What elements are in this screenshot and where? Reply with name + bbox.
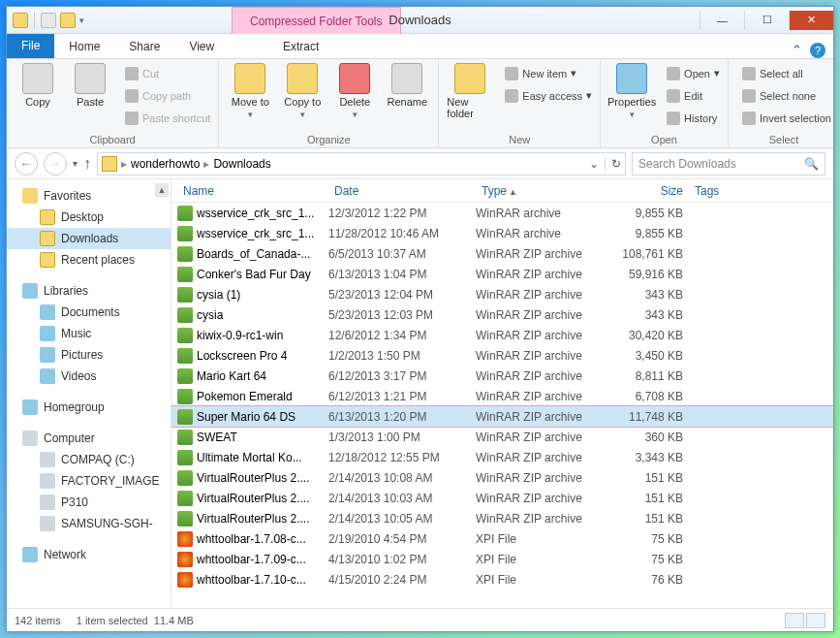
tab-file[interactable]: File bbox=[7, 34, 54, 58]
file-row[interactable]: whttoolbar-1.7.10-c...4/15/2010 2:24 PMX… bbox=[171, 569, 833, 590]
invert-selection-button[interactable]: Invert selection bbox=[736, 108, 831, 128]
view-details-button[interactable] bbox=[785, 613, 804, 628]
select-all-button[interactable]: Select all bbox=[736, 63, 831, 83]
easy-access-button[interactable]: Easy access ▾ bbox=[499, 85, 592, 106]
edit-button[interactable]: Edit bbox=[661, 85, 720, 106]
close-button[interactable]: ✕ bbox=[789, 11, 833, 30]
file-type: WinRAR ZIP archive bbox=[476, 308, 611, 322]
paste-button[interactable]: Paste bbox=[67, 63, 113, 108]
file-row[interactable]: VirtualRouterPlus 2....2/14/2013 10:08 A… bbox=[171, 467, 833, 488]
col-tags[interactable]: Tags bbox=[689, 184, 833, 198]
file-row[interactable]: VirtualRouterPlus 2....2/14/2013 10:05 A… bbox=[171, 508, 833, 528]
nav-item[interactable]: Pictures bbox=[7, 344, 171, 366]
forward-button[interactable]: → bbox=[44, 152, 67, 175]
col-size[interactable]: Size bbox=[611, 184, 689, 198]
col-type[interactable]: Type▲ bbox=[476, 184, 611, 198]
history-button[interactable]: History bbox=[661, 108, 720, 128]
refresh-button[interactable]: ↻ bbox=[605, 157, 621, 171]
nav-favorites[interactable]: Favorites bbox=[7, 185, 171, 207]
nav-item[interactable]: Documents bbox=[7, 302, 171, 323]
breadcrumb[interactable]: ▸ wonderhowto ▸ Downloads ⌄ ↻ bbox=[97, 152, 626, 175]
back-button[interactable]: ← bbox=[15, 152, 38, 175]
nav-item[interactable]: Music bbox=[7, 323, 171, 344]
file-row[interactable]: Ultimate Mortal Ko...12/18/2012 12:55 PM… bbox=[171, 447, 833, 467]
copy-to-button[interactable]: Copy to bbox=[279, 63, 326, 119]
file-row[interactable]: Conker's Bad Fur Day6/13/2013 1:04 PMWin… bbox=[171, 264, 833, 284]
address-dropdown-icon[interactable]: ⌄ bbox=[589, 157, 599, 171]
help-icon[interactable]: ? bbox=[810, 43, 825, 58]
chevron-right-icon[interactable]: ▸ bbox=[203, 157, 209, 171]
scroll-up-icon[interactable]: ▲ bbox=[155, 183, 169, 197]
up-button[interactable]: ↑ bbox=[83, 155, 91, 173]
properties-button[interactable]: Properties bbox=[608, 63, 655, 119]
file-row[interactable]: VirtualRouterPlus 2....2/14/2013 10:03 A… bbox=[171, 488, 833, 508]
title-bar[interactable]: ▾ Compressed Folder Tools Downloads — ☐ … bbox=[7, 7, 833, 34]
file-size: 343 KB bbox=[611, 288, 689, 302]
nav-libraries[interactable]: Libraries bbox=[7, 280, 171, 302]
tab-home[interactable]: Home bbox=[54, 35, 114, 58]
file-row[interactable]: cysia (1)5/23/2013 12:04 PMWinRAR ZIP ar… bbox=[171, 284, 833, 304]
qat-button[interactable] bbox=[41, 13, 56, 28]
copy-button[interactable]: Copy bbox=[15, 63, 61, 108]
breadcrumb-segment[interactable]: wonderhowto bbox=[131, 157, 200, 171]
nav-network[interactable]: Network bbox=[7, 544, 171, 565]
nav-item[interactable]: SAMSUNG-SGH- bbox=[7, 513, 171, 534]
qat-dropdown-icon[interactable]: ▾ bbox=[79, 16, 84, 25]
maximize-button[interactable]: ☐ bbox=[744, 11, 789, 30]
copy-path-button[interactable]: Copy path bbox=[119, 85, 210, 106]
file-row[interactable]: Super Mario 64 DS6/13/2013 1:20 PMWinRAR… bbox=[171, 406, 833, 427]
new-folder-button[interactable]: New folder bbox=[447, 63, 493, 119]
file-icon bbox=[177, 531, 193, 547]
file-row[interactable]: kiwix-0.9-rc1-win12/6/2012 1:34 PMWinRAR… bbox=[171, 325, 833, 345]
view-thumbnails-button[interactable] bbox=[806, 613, 825, 628]
file-row[interactable]: wsservice_crk_src_1...12/3/2012 1:22 PMW… bbox=[171, 203, 833, 223]
search-input[interactable]: Search Downloads 🔍 bbox=[632, 152, 825, 175]
nav-homegroup[interactable]: Homegroup bbox=[7, 397, 171, 418]
paste-shortcut-button[interactable]: Paste shortcut bbox=[119, 108, 210, 128]
context-tab[interactable]: Compressed Folder Tools bbox=[232, 7, 401, 34]
file-row[interactable]: whttoolbar-1.7.08-c...2/19/2010 4:54 PMX… bbox=[171, 528, 833, 549]
breadcrumb-segment[interactable]: Downloads bbox=[213, 157, 270, 171]
file-row[interactable]: SWEAT1/3/2013 1:00 PMWinRAR ZIP archive3… bbox=[171, 427, 833, 447]
file-date: 5/23/2013 12:03 PM bbox=[328, 308, 476, 322]
file-size: 75 KB bbox=[611, 553, 689, 566]
file-row[interactable]: wsservice_crk_src_1...11/28/2012 10:46 A… bbox=[171, 223, 833, 243]
nav-item[interactable]: COMPAQ (C:) bbox=[7, 449, 171, 470]
file-row[interactable]: whttoolbar-1.7.09-c...4/13/2010 1:02 PMX… bbox=[171, 549, 833, 569]
delete-button[interactable]: Delete bbox=[331, 63, 378, 119]
file-type: WinRAR ZIP archive bbox=[476, 288, 611, 302]
minimize-ribbon-icon[interactable]: ⌃ bbox=[792, 43, 802, 58]
select-none-button[interactable]: Select none bbox=[736, 85, 831, 106]
file-size: 151 KB bbox=[611, 471, 689, 485]
nav-item[interactable]: FACTORY_IMAGE bbox=[7, 470, 171, 492]
file-row[interactable]: cysia5/23/2013 12:03 PMWinRAR ZIP archiv… bbox=[171, 304, 833, 325]
file-row[interactable]: Lockscreen Pro 41/2/2013 1:50 PMWinRAR Z… bbox=[171, 345, 833, 366]
qat-button[interactable] bbox=[60, 13, 76, 28]
col-date[interactable]: Date bbox=[328, 184, 476, 198]
file-row[interactable]: Mario Kart 646/12/2013 3:17 PMWinRAR ZIP… bbox=[171, 366, 833, 386]
nav-item[interactable]: P310 bbox=[7, 492, 171, 513]
recent-locations-icon[interactable]: ▾ bbox=[73, 158, 78, 169]
rename-button[interactable]: Rename bbox=[384, 63, 430, 108]
nav-item[interactable]: Downloads bbox=[7, 228, 171, 249]
col-name[interactable]: Name bbox=[177, 184, 328, 198]
file-row[interactable]: Pokemon Emerald6/12/2013 1:21 PMWinRAR Z… bbox=[171, 386, 833, 406]
nav-item[interactable]: Videos bbox=[7, 366, 171, 387]
minimize-button[interactable]: — bbox=[700, 11, 744, 30]
open-button[interactable]: Open ▾ bbox=[661, 63, 720, 83]
cut-button[interactable]: Cut bbox=[119, 63, 210, 83]
navigation-pane[interactable]: ▲ Favorites DesktopDownloadsRecent place… bbox=[7, 179, 171, 608]
new-item-button[interactable]: New item ▾ bbox=[499, 63, 592, 83]
file-icon bbox=[177, 430, 193, 445]
ribbon-tabs: File Home Share View Extract ⌃ ? bbox=[7, 34, 833, 59]
move-to-button[interactable]: Move to bbox=[227, 63, 273, 119]
tab-view[interactable]: View bbox=[174, 35, 229, 58]
file-rows[interactable]: wsservice_crk_src_1...12/3/2012 1:22 PMW… bbox=[171, 203, 833, 608]
nav-item[interactable]: Desktop bbox=[7, 207, 171, 228]
chevron-right-icon[interactable]: ▸ bbox=[121, 157, 127, 171]
nav-computer[interactable]: Computer bbox=[7, 428, 171, 449]
tab-extract[interactable]: Extract bbox=[268, 35, 333, 58]
file-row[interactable]: Boards_of_Canada-...6/5/2013 10:37 AMWin… bbox=[171, 243, 833, 264]
nav-item[interactable]: Recent places bbox=[7, 249, 171, 271]
tab-share[interactable]: Share bbox=[114, 35, 174, 58]
